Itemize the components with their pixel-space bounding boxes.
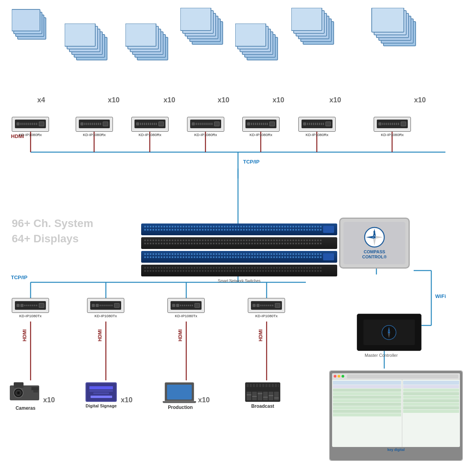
- svg-rect-29: [12, 9, 40, 31]
- receiver-7-label: KD-IP1080Rx: [374, 133, 411, 137]
- monitor-group-7: [369, 8, 416, 60]
- transmitter-4: KD-IP1080Tx: [248, 298, 285, 318]
- receiver-4-label: KD-IP1080Rx: [187, 133, 224, 137]
- transmitter-4-label: KD-IP1080Tx: [248, 314, 285, 318]
- key-digital-brand: key digital: [387, 448, 405, 452]
- system-info: 96+ Ch. System 64+ Displays: [12, 216, 93, 246]
- receiver-6-label: KD-IP1080Rx: [298, 133, 336, 137]
- receiver-3-label: KD-IP1080Rx: [131, 133, 169, 137]
- receiver-1: KD-IP1080Rx: [12, 117, 49, 137]
- count-5: x10: [273, 96, 284, 104]
- switch-label: Smart Network Switches: [141, 279, 337, 283]
- compass-control: CONTROL®: [362, 254, 387, 259]
- source-broadcast: Broadcast: [245, 382, 280, 409]
- monitor-group-5: [235, 24, 278, 76]
- wifi-label: WiFi: [435, 293, 446, 299]
- monitor-group-2: [65, 24, 108, 76]
- svg-rect-53: [235, 24, 266, 46]
- hdmi-label-3: HDMI: [178, 329, 183, 342]
- transmitter-2-label: KD-IP1080Tx: [87, 314, 124, 318]
- tcpip-label-top: TCP/IP: [243, 159, 260, 165]
- monitor-group-1: [12, 8, 47, 56]
- source-digital-signage: Digital Signage: [85, 382, 117, 408]
- receiver-7: KD-IP1080Rx: [374, 117, 411, 137]
- receiver-5: KD-IP1080Rx: [242, 117, 280, 137]
- receiver-3: KD-IP1080Rx: [131, 117, 169, 137]
- count-2: x10: [108, 96, 120, 104]
- svg-point-83: [388, 331, 390, 333]
- receiver-4: KD-IP1080Rx: [187, 117, 224, 137]
- digital-signage-count: x10: [121, 396, 133, 404]
- channels-text: 96+ Ch. System: [12, 216, 93, 231]
- svg-rect-67: [14, 382, 24, 388]
- source-production: Production: [165, 382, 196, 410]
- master-controller-device: [357, 314, 421, 351]
- hdmi-label-1: HDMI: [22, 329, 27, 342]
- broadcast-label: Broadcast: [251, 403, 274, 409]
- svg-rect-47: [180, 8, 211, 31]
- transmitter-1-label: KD-IP1080Tx: [12, 314, 49, 318]
- production-count: x10: [198, 396, 210, 404]
- svg-text:N: N: [373, 231, 375, 233]
- receiver-5-label: KD-IP1080Rx: [242, 133, 280, 137]
- compass-logo: N COMPASS CONTROL®: [362, 227, 387, 260]
- monitor-group-6: [291, 8, 334, 60]
- source-cameras: Cameras: [10, 382, 41, 411]
- transmitter-1: KD-IP1080Tx: [12, 298, 49, 318]
- svg-point-78: [373, 236, 376, 238]
- transmitter-3: KD-IP1080Tx: [167, 298, 205, 318]
- cameras-label: Cameras: [16, 405, 36, 411]
- receiver-1-label: KD-IP1080Rx: [12, 133, 49, 137]
- tcpip-label-bottom: TCP/IP: [11, 274, 27, 280]
- svg-point-70: [17, 392, 20, 394]
- monitor-group-4: [180, 8, 223, 60]
- count-4: x10: [218, 96, 229, 104]
- monitor-group-3: [125, 24, 169, 76]
- hdmi-label-4: HDMI: [258, 329, 263, 342]
- digital-signage-label: Digital Signage: [85, 403, 116, 408]
- transmitter-2: KD-IP1080Tx: [87, 298, 124, 318]
- count-3: x10: [164, 96, 175, 104]
- compass-brand: COMPASS: [364, 249, 385, 254]
- svg-rect-59: [291, 8, 322, 31]
- count-6: x10: [329, 96, 341, 104]
- transmitter-3-label: KD-IP1080Tx: [167, 314, 205, 318]
- compass-tablet: N COMPASS CONTROL®: [339, 218, 410, 269]
- receiver-2-label: KD-IP1080Rx: [76, 133, 113, 137]
- count-1: x4: [37, 96, 45, 104]
- cameras-count: x10: [43, 396, 55, 404]
- hdmi-label-2: HDMI: [97, 329, 103, 342]
- svg-rect-35: [65, 24, 95, 46]
- svg-rect-72: [33, 390, 38, 392]
- production-label: Production: [168, 405, 193, 410]
- system-diagram: 96+ Ch. System 64+ Displays HDMI TCP/IP …: [0, 0, 476, 476]
- svg-rect-41: [125, 24, 156, 46]
- software-screenshot: key digital: [329, 371, 463, 461]
- svg-rect-65: [372, 8, 404, 32]
- receiver-2: KD-IP1080Rx: [76, 117, 113, 137]
- receiver-6: KD-IP1080Rx: [298, 117, 336, 137]
- displays-text: 64+ Displays: [12, 231, 93, 246]
- count-7: x10: [414, 96, 426, 104]
- network-switches: Smart Network Switches: [141, 223, 337, 283]
- master-controller-label: Master Controller: [365, 353, 398, 358]
- svg-rect-71: [31, 387, 38, 390]
